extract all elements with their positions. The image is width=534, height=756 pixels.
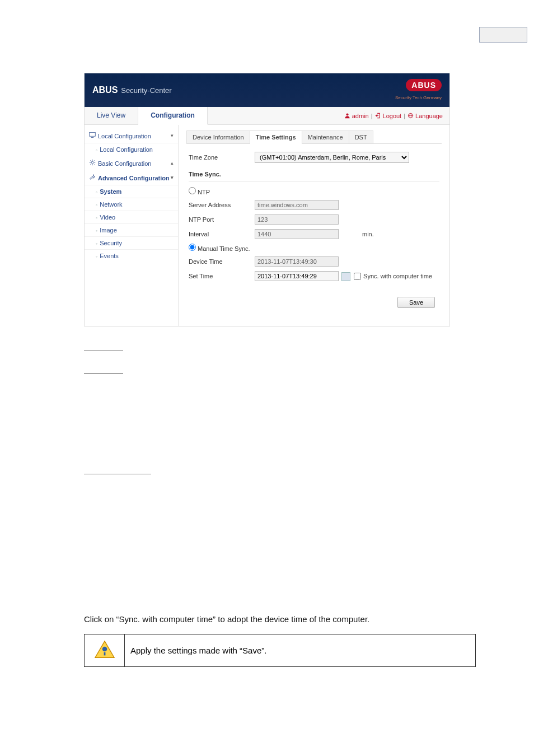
main-pane: Device Information Time Settings Mainten… xyxy=(179,125,449,326)
tab-configuration[interactable]: Configuration xyxy=(138,107,208,125)
tab-live-view[interactable]: Live View xyxy=(85,107,138,124)
note-text: Apply the settings made with “Save”. xyxy=(125,634,476,667)
subtab-dst[interactable]: DST xyxy=(349,130,373,143)
logout-icon xyxy=(375,113,381,119)
sidebar-group-local[interactable]: Local Configuration ▾ xyxy=(85,128,178,143)
device-time-value xyxy=(255,256,339,267)
sidebar: Local Configuration ▾ ◦Local Configurati… xyxy=(85,125,179,326)
underline-stub xyxy=(84,466,151,474)
timesync-heading: Time Sync. xyxy=(189,167,439,181)
logo-badge: ABUS xyxy=(406,79,442,91)
app-header: ABUS Security-Center ABUS Security Tech … xyxy=(85,73,449,107)
sidebar-item-security[interactable]: ◦Security xyxy=(85,236,178,249)
logo-block: ABUS Security Tech Germany xyxy=(395,79,442,101)
svg-point-4 xyxy=(102,647,107,652)
svg-point-3 xyxy=(91,161,93,164)
subtab-maintenance[interactable]: Maintenance xyxy=(302,130,349,143)
ntp-port-input[interactable] xyxy=(255,214,339,225)
svg-point-0 xyxy=(346,113,348,115)
sidebar-item-network[interactable]: ◦Network xyxy=(85,198,178,211)
sidebar-item-video[interactable]: ◦Video xyxy=(85,211,178,223)
brand-rest: Security-Center xyxy=(121,86,171,95)
set-time-input[interactable] xyxy=(255,271,339,281)
logout-link[interactable]: Logout xyxy=(375,113,402,119)
timezone-label: Time Zone xyxy=(189,154,255,161)
interval-label: Interval xyxy=(189,231,255,237)
svg-rect-2 xyxy=(90,133,96,137)
subtab-device-info[interactable]: Device Information xyxy=(186,130,250,143)
note-callout: Apply the settings made with “Save”. xyxy=(84,634,476,667)
interval-input[interactable] xyxy=(255,229,339,239)
set-time-label: Set Time xyxy=(189,273,255,279)
gear-icon xyxy=(89,159,96,166)
subtab-time-settings[interactable]: Time Settings xyxy=(250,130,302,143)
calendar-icon[interactable] xyxy=(341,272,350,281)
sidebar-item-local-config[interactable]: ◦Local Configuration xyxy=(85,143,178,156)
manual-sync-radio[interactable]: Manual Time Sync. xyxy=(189,245,250,252)
sidebar-item-system[interactable]: ◦System xyxy=(85,185,178,198)
monitor-icon xyxy=(89,132,96,138)
sidebar-item-events[interactable]: ◦Events xyxy=(85,249,178,262)
chevron-down-icon: ▾ xyxy=(171,175,174,180)
timezone-select[interactable]: (GMT+01:00) Amsterdam, Berlin, Rome, Par… xyxy=(255,152,409,163)
sidebar-item-image[interactable]: ◦Image xyxy=(85,223,178,236)
chevron-up-icon: ▴ xyxy=(171,160,174,166)
page-corner-badge xyxy=(479,27,527,43)
sidebar-group-basic[interactable]: Basic Configuration ▴ xyxy=(85,156,178,170)
ntp-radio[interactable]: NTP xyxy=(189,189,210,195)
sidebar-group-advanced[interactable]: Advanced Configuration ▾ xyxy=(85,170,178,185)
chevron-down-icon: ▾ xyxy=(171,133,174,138)
doc-placeholder-block xyxy=(84,343,450,474)
server-address-input[interactable] xyxy=(255,200,339,210)
user-link[interactable]: admin xyxy=(344,113,369,119)
instruction-text: Click on “Sync. with computer time” to a… xyxy=(84,614,450,624)
brand-bold: ABUS xyxy=(92,85,118,95)
logo-subtext: Security Tech Germany xyxy=(395,95,442,100)
server-address-label: Server Address xyxy=(189,202,255,208)
top-nav: Live View Configuration admin | Logout |… xyxy=(85,107,449,125)
device-time-label: Device Time xyxy=(189,258,255,265)
user-icon xyxy=(344,113,350,119)
save-button[interactable]: Save xyxy=(397,297,435,308)
sync-computer-checkbox[interactable] xyxy=(354,273,361,280)
underline-stub xyxy=(84,343,123,351)
svg-rect-5 xyxy=(104,652,105,656)
app-window: ABUS Security-Center ABUS Security Tech … xyxy=(84,73,450,326)
wrench-icon xyxy=(89,174,96,180)
language-link[interactable]: Language xyxy=(407,113,443,119)
sync-computer-label: Sync. with computer time xyxy=(363,273,432,279)
warning-icon xyxy=(94,640,115,659)
underline-stub xyxy=(84,366,123,374)
interval-unit: min. xyxy=(362,231,374,237)
ntp-port-label: NTP Port xyxy=(189,216,255,223)
globe-icon xyxy=(407,113,414,119)
